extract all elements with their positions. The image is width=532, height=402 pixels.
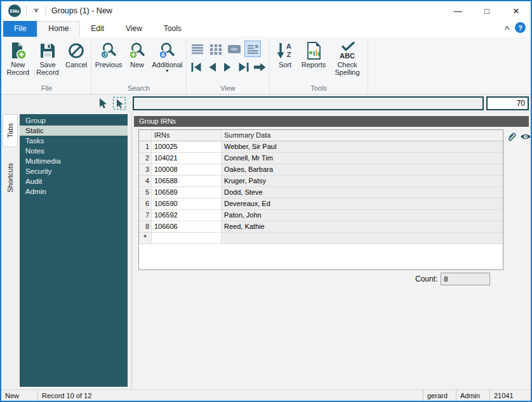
sidebar-item-notes[interactable]: Notes [20, 146, 128, 156]
titlebar-separator [46, 6, 46, 16]
sidebar-item-static[interactable]: Static [20, 126, 128, 136]
irn-cell[interactable]: 104021 [152, 153, 222, 164]
body-row: Tabs Shortcuts Group Static Tasks Notes … [1, 113, 531, 389]
sidebar-item-security[interactable]: Security [20, 166, 128, 176]
last-record-icon [237, 62, 250, 73]
sidebar-item-tasks[interactable]: Tasks [20, 136, 128, 146]
new-record-button[interactable]: New Record [3, 38, 33, 77]
irn-cell[interactable]: 100008 [152, 164, 222, 175]
sidebar-item-admin[interactable]: Admin [20, 186, 128, 197]
next-record-icon [222, 62, 234, 73]
count-field[interactable] [441, 273, 490, 285]
titlebar-separator [26, 6, 27, 16]
tab-tools[interactable]: Tools [153, 21, 192, 37]
strip-tabs-label: Tabs [6, 123, 14, 138]
check-spelling-icon: ABC [337, 41, 357, 61]
tab-view[interactable]: View [115, 21, 153, 37]
cancel-button[interactable]: Cancel [62, 38, 90, 68]
irn-cell[interactable]: 100025 [152, 141, 222, 152]
table-row[interactable]: 2 104021 Connell, Mr Tim [139, 153, 503, 164]
sidebar-tab-list: Group Static Tasks Notes Multimedia Secu… [20, 114, 128, 387]
list-view-icon [191, 42, 204, 55]
attach-button[interactable] [505, 131, 517, 143]
table-row[interactable]: 5 106589 Dodd, Steve [139, 187, 503, 198]
group-name-field[interactable] [133, 96, 484, 110]
sidebar-item-group[interactable]: Group [20, 115, 128, 126]
tool-strip [1, 94, 531, 113]
tab-file[interactable]: File [3, 21, 37, 37]
status-record: Record 10 of 12 [37, 390, 164, 401]
irn-cell[interactable]: 106592 [152, 210, 222, 221]
view-details-button[interactable] [244, 41, 261, 57]
table-new-row[interactable]: * [139, 233, 503, 244]
col-header-irns[interactable]: IRNs [152, 130, 222, 141]
irn-cell[interactable]: 106606 [152, 221, 222, 232]
select-all-cursor-icon[interactable] [112, 96, 126, 110]
close-button[interactable]: ✕ [502, 1, 531, 20]
group-irns-table: IRNs Summary Data 1 100025 Webber, Sir P… [138, 129, 503, 270]
nav-goto-button[interactable] [253, 60, 267, 75]
minimize-button[interactable]: — [443, 1, 472, 20]
summary-cell: Reed, Kathie [222, 221, 503, 232]
select-cursor-icon[interactable] [96, 96, 110, 110]
summary-cell: Connell, Mr Tim [222, 153, 503, 164]
new-search-button[interactable]: New [125, 38, 149, 68]
help-icon[interactable]: ? [515, 22, 526, 33]
table-row[interactable]: 4 106588 Kruger, Patsy [139, 176, 503, 187]
sidebar-strip-shortcuts[interactable]: Shortcuts [3, 150, 18, 205]
sidebar-item-multimedia[interactable]: Multimedia [20, 156, 128, 166]
view-grid-button[interactable] [208, 41, 224, 57]
row-number: 6 [139, 198, 152, 209]
summary-cell: Kruger, Patsy [222, 176, 503, 186]
status-role: Admin [456, 390, 489, 401]
nav-previous-button[interactable] [205, 60, 220, 75]
view-attachment-button[interactable] [519, 131, 532, 143]
ribbon-group-tools: A Z Sort [270, 37, 368, 94]
view-code-button[interactable]: </> [226, 41, 243, 57]
ribbon-group-view: </> [187, 37, 270, 94]
irn-cell[interactable]: 106590 [152, 198, 222, 209]
ribbon: New Record Save Record [1, 37, 531, 94]
check-spelling-button[interactable]: ABC Check Spelling [329, 38, 365, 77]
check-spelling-label: Check Spelling [329, 61, 365, 77]
save-record-button[interactable]: Save Record [33, 38, 63, 77]
sidebar-item-audit[interactable]: Audit [20, 176, 128, 186]
quick-access-dropdown[interactable]: ▾ [32, 9, 41, 13]
irn-cell-empty[interactable] [152, 233, 222, 243]
view-list-button[interactable] [189, 41, 206, 57]
nav-first-button[interactable] [189, 60, 204, 75]
previous-search-button[interactable]: ↺ Previous [92, 38, 125, 68]
nav-next-button[interactable] [221, 60, 236, 75]
table-row[interactable]: 7 106592 Paton, John [139, 210, 503, 221]
table-row[interactable]: 1 100025 Webber, Sir Paul [139, 141, 503, 153]
status-mode: New [1, 390, 37, 401]
ampersand-glyph: & [161, 51, 166, 58]
count-group: Count: [415, 273, 490, 285]
status-bar: New Record 10 of 12 gerard Admin 21041 [1, 389, 531, 401]
record-number-field[interactable] [486, 96, 529, 110]
irn-cell[interactable]: 106588 [152, 176, 222, 186]
new-search-icon [128, 41, 147, 61]
table-row[interactable]: 8 106606 Reed, Kathie [139, 221, 503, 233]
emu-logo-icon: EMu [8, 4, 21, 17]
sidebar-strip-tabs[interactable]: Tabs [3, 114, 18, 147]
additional-search-button[interactable]: & Additional ▾ [149, 38, 185, 74]
nav-last-button[interactable] [237, 60, 251, 75]
sort-button[interactable]: A Z Sort [272, 38, 298, 68]
col-header-summary[interactable]: Summary Data [222, 130, 503, 141]
irn-cell[interactable]: 106589 [152, 187, 222, 198]
caret-down-icon: ▾ [35, 10, 37, 13]
ribbon-group-file: New Record Save Record [3, 37, 91, 94]
summary-cell: Oakes, Barbara [222, 164, 503, 175]
reports-button[interactable]: Reports [298, 38, 329, 68]
tab-edit[interactable]: Edit [80, 21, 115, 37]
sort-z-glyph: Z [286, 51, 291, 58]
row-number: 5 [139, 187, 152, 198]
reports-label: Reports [302, 61, 326, 68]
tab-home[interactable]: Home [37, 21, 80, 37]
panel-header: Group IRNs [134, 116, 529, 127]
maximize-button[interactable]: □ [472, 1, 502, 20]
ribbon-collapse-icon[interactable]: ∧ [503, 24, 510, 31]
table-row[interactable]: 6 106590 Devereaux, Ed [139, 198, 503, 210]
table-row[interactable]: 3 100008 Oakes, Barbara [139, 164, 503, 176]
